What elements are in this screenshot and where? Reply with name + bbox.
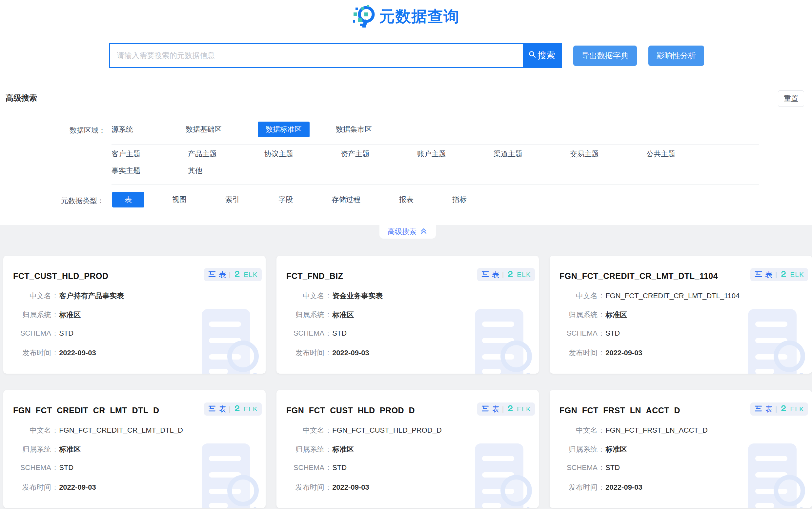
field-owning-system: 归属系统:标准区 xyxy=(286,310,354,320)
type-option[interactable]: 存储过程 xyxy=(331,195,360,205)
divider xyxy=(111,184,759,184)
owning-system-value: 标准区 xyxy=(59,444,81,454)
topic-options: 客户主题产品主题协议主题资产主题账户主题渠道主题交易主题公共主题事实主题其他 xyxy=(111,149,735,176)
elk-icon xyxy=(233,270,241,279)
topic-option[interactable]: 渠道主题 xyxy=(493,149,570,159)
publish-date-value: 2022-09-03 xyxy=(59,349,96,357)
card-type-badge: 表 | ELK xyxy=(477,268,535,281)
type-option-selected[interactable]: 表 xyxy=(112,192,144,207)
app-logo: 元数据查询 xyxy=(0,4,812,29)
type-option[interactable]: 指标 xyxy=(452,195,467,205)
badge-divider: | xyxy=(229,271,231,279)
type-option[interactable]: 视图 xyxy=(172,195,187,205)
schema-value: STD xyxy=(606,464,620,472)
schema-value: STD xyxy=(332,464,347,472)
metadata-card[interactable]: FCT_FND_BIZ 表 | ELK 中文名:资金业务事实表 归属系统:标准区… xyxy=(277,256,539,374)
data-region-label: 数据区域： xyxy=(69,126,106,135)
table-badge-label: 表 xyxy=(219,270,226,280)
table-type-icon xyxy=(481,404,489,414)
field-chinese-name: 中文名:客户持有产品事实表 xyxy=(13,291,124,301)
metadata-card[interactable]: FGN_FCT_CREDIT_CR_LMT_DTL_1104 表 | ELK 中… xyxy=(550,256,812,374)
app-logo-icon xyxy=(353,4,376,29)
field-chinese-name: 中文名:FGN_FCT_FRST_LN_ACCT_D xyxy=(559,426,708,435)
page-title: 元数据查询 xyxy=(380,6,460,27)
badge-divider: | xyxy=(502,271,504,279)
type-option[interactable]: 报表 xyxy=(399,195,414,205)
export-data-dictionary-button[interactable]: 导出数据字典 xyxy=(573,45,637,66)
card-type-badge: 表 | ELK xyxy=(477,403,535,416)
schema-value: STD xyxy=(606,329,620,338)
elk-badge-label: ELK xyxy=(517,405,531,413)
document-search-watermark xyxy=(748,309,812,374)
lineage-dna-icon[interactable] xyxy=(233,341,249,354)
metadata-card[interactable]: FGN_FCT_CREDIT_CR_LMT_DTL_D 表 | ELK 中文名:… xyxy=(3,390,266,508)
topic-option[interactable]: 账户主题 xyxy=(417,149,493,159)
field-publish-date: 发布时间:2022-09-03 xyxy=(559,348,643,358)
topic-option[interactable]: 产品主题 xyxy=(188,149,264,159)
chinese-name-value: FGN_FCT_CREDIT_CR_LMT_DTL_1104 xyxy=(606,292,740,300)
table-badge-label: 表 xyxy=(492,270,499,280)
topic-option[interactable]: 交易主题 xyxy=(570,149,646,159)
search-box: 搜索 xyxy=(109,43,562,68)
chinese-name-value: FGN_FCT_FRST_LN_ACCT_D xyxy=(606,426,708,435)
card-type-badge: 表 | ELK xyxy=(204,403,262,416)
document-search-watermark xyxy=(748,443,812,508)
field-owning-system: 归属系统:标准区 xyxy=(559,310,627,320)
region-option-selected[interactable]: 数据标准区 xyxy=(258,122,310,137)
card-type-badge: 表 | ELK xyxy=(750,403,808,416)
table-type-icon xyxy=(208,270,216,279)
impact-analysis-button[interactable]: 影响性分析 xyxy=(648,45,704,66)
table-badge-label: 表 xyxy=(765,404,773,414)
collapse-tab-label: 高级搜索 xyxy=(388,227,417,237)
type-option[interactable]: 索引 xyxy=(225,195,240,205)
badge-divider: | xyxy=(502,405,504,413)
elk-icon xyxy=(506,404,514,414)
elk-icon xyxy=(780,270,787,279)
search-button[interactable]: 搜索 xyxy=(523,44,561,67)
chinese-name-value: FGN_FCT_CREDIT_CR_LMT_DTL_D xyxy=(59,426,183,435)
topic-option[interactable]: 其他 xyxy=(188,166,264,176)
table-type-icon xyxy=(754,270,762,279)
field-chinese-name: 中文名:资金业务事实表 xyxy=(286,291,383,301)
card-type-badge: 表 | ELK xyxy=(750,268,808,281)
topic-option[interactable]: 资产主题 xyxy=(341,149,417,159)
document-search-watermark xyxy=(202,443,266,508)
owning-system-value: 标准区 xyxy=(332,310,354,320)
header-divider xyxy=(0,81,812,81)
badge-divider: | xyxy=(229,405,231,413)
table-name: FGN_FCT_CUST_HLD_PROD_D xyxy=(286,406,415,415)
search-button-label: 搜索 xyxy=(538,49,555,61)
topic-option[interactable]: 事实主题 xyxy=(111,166,188,176)
field-owning-system: 归属系统:标准区 xyxy=(559,444,627,454)
schema-value: STD xyxy=(332,329,347,338)
table-type-icon xyxy=(208,404,216,414)
topic-option[interactable]: 客户主题 xyxy=(111,149,188,159)
region-option[interactable]: 源系统 xyxy=(111,125,133,134)
elk-icon xyxy=(506,270,514,279)
owning-system-value: 标准区 xyxy=(59,310,81,320)
metadata-card[interactable]: FGN_FCT_CUST_HLD_PROD_D 表 | ELK 中文名:FGN_… xyxy=(277,390,539,508)
field-owning-system: 归属系统:标准区 xyxy=(286,444,354,454)
field-publish-date: 发布时间:2022-09-03 xyxy=(286,482,369,492)
topic-option[interactable]: 公共主题 xyxy=(646,149,723,159)
region-option[interactable]: 数据基础区 xyxy=(186,125,222,134)
advanced-search-collapse-tab[interactable]: 高级搜索 xyxy=(380,225,436,239)
metadata-type-label: 元数据类型： xyxy=(61,196,104,206)
search-icon xyxy=(528,50,536,61)
table-name: FGN_FCT_CREDIT_CR_LMT_DTL_D xyxy=(13,406,159,415)
reset-button[interactable]: 重置 xyxy=(778,91,804,107)
type-option[interactable]: 字段 xyxy=(279,195,293,205)
elk-icon xyxy=(780,404,787,414)
elk-badge-label: ELK xyxy=(243,405,258,413)
metadata-card[interactable]: FCT_CUST_HLD_PROD 表 | ELK 中文名:客户持有产品事实表 … xyxy=(3,256,266,374)
table-name: FGN_FCT_FRST_LN_ACCT_D xyxy=(559,406,680,415)
region-option[interactable]: 数据集市区 xyxy=(336,125,372,134)
field-publish-date: 发布时间:2022-09-03 xyxy=(13,348,96,358)
publish-date-value: 2022-09-03 xyxy=(606,483,643,491)
search-input[interactable] xyxy=(110,44,523,67)
metadata-card[interactable]: FGN_FCT_FRST_LN_ACCT_D 表 | ELK 中文名:FGN_F… xyxy=(550,390,812,508)
field-publish-date: 发布时间:2022-09-03 xyxy=(286,348,369,358)
field-chinese-name: 中文名:FGN_FCT_CUST_HLD_PROD_D xyxy=(286,426,442,435)
table-type-icon xyxy=(754,404,762,414)
topic-option[interactable]: 协议主题 xyxy=(264,149,341,159)
